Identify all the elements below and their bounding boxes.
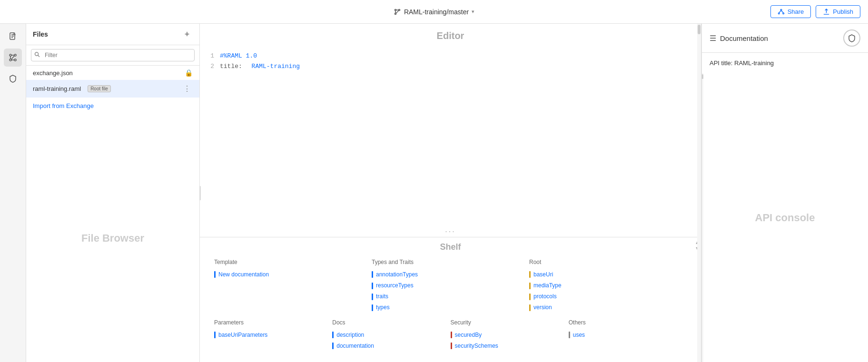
- shelf-title: Shelf: [205, 237, 696, 259]
- search-input[interactable]: [31, 49, 195, 61]
- shelf-item-protocols[interactable]: protocols: [529, 291, 687, 302]
- shelf-item-types[interactable]: types: [372, 302, 529, 313]
- svg-point-7: [782, 13, 784, 14]
- shelf-section-template: Template: [214, 259, 372, 265]
- shelf-item-baseUri[interactable]: baseUri: [529, 269, 687, 280]
- shelf-section-others: Others: [569, 319, 687, 326]
- file-search-area: [26, 45, 199, 66]
- svg-point-18: [10, 54, 11, 56]
- shelf-section-params: Parameters: [214, 319, 332, 326]
- shelf-item-traits[interactable]: traits: [372, 291, 529, 302]
- publish-button[interactable]: Publish: [816, 5, 860, 18]
- documentation-panel: ☰ Documentation API title: RAML-training…: [701, 24, 868, 362]
- git-icon: [394, 8, 401, 16]
- icon-sidebar: [0, 24, 26, 362]
- shelf-item-securedBy[interactable]: securedBy: [451, 330, 569, 341]
- shield-sidebar-icon: [9, 74, 17, 83]
- shelf-item-version[interactable]: version: [529, 302, 687, 313]
- hamburger-icon: ☰: [710, 34, 716, 43]
- graph-icon: [9, 53, 17, 62]
- doc-header-left: ☰ Documentation: [710, 34, 768, 43]
- root-file-badge: Root file: [88, 85, 111, 92]
- file-browser-label: File Browser: [26, 114, 199, 362]
- shelf-item-new-documentation[interactable]: New documentation: [214, 269, 372, 280]
- svg-point-14: [14, 59, 16, 61]
- shelf-col-template: Template New documentation: [214, 259, 372, 313]
- svg-point-2: [395, 9, 396, 10]
- shelf-item-uses[interactable]: uses: [569, 330, 687, 341]
- shelf-col-root: Root baseUri mediaType protocols version: [529, 259, 687, 313]
- editor-line-1: 1 #%RAML 1.0: [207, 51, 693, 61]
- topbar-actions: Share Publish: [770, 5, 860, 18]
- shelf-toggle[interactable]: ...: [200, 223, 701, 237]
- svg-point-6: [780, 9, 782, 10]
- topbar-center: RAML-training/master ▾: [394, 8, 474, 16]
- shelf-item-mediaType[interactable]: mediaType: [529, 280, 687, 291]
- file-icon: [9, 32, 17, 41]
- file-name-exchange: exchange.json: [33, 69, 73, 77]
- main-layout: Files + exchange.json 🔒 raml-train: [0, 24, 868, 362]
- editor-panel: Editor 1 #%RAML 1.0 2 title: RAML-traini…: [200, 24, 701, 362]
- api-console-label: API console: [702, 73, 868, 362]
- shelf-col-types: Types and Traits annotationTypes resourc…: [372, 259, 529, 313]
- svg-line-9: [779, 10, 781, 13]
- shelf-col-params: Parameters baseUriParameters: [214, 319, 332, 352]
- topbar-title: RAML-training/master: [404, 8, 469, 16]
- panel-resize-handle[interactable]: [198, 184, 201, 203]
- shelf-item-resourceTypes[interactable]: resourceTypes: [372, 280, 529, 291]
- editor-content[interactable]: 1 #%RAML 1.0 2 title: RAML-training: [200, 46, 701, 223]
- doc-api-title: API title: RAML-training: [702, 53, 868, 73]
- shelf-col-security: Security securedBy securitySchemes: [451, 319, 569, 352]
- file-name-raml: raml-training.raml: [33, 85, 81, 92]
- svg-line-15: [11, 56, 14, 59]
- file-browser-header: Files +: [26, 24, 199, 45]
- shelf-section-types: Types and Traits: [372, 259, 529, 265]
- shelf-section-root: Root: [529, 259, 687, 265]
- add-file-button[interactable]: +: [181, 29, 193, 40]
- shelf-section-security: Security: [451, 319, 569, 326]
- sidebar-item-shield[interactable]: [4, 69, 22, 88]
- shield-icon: [848, 34, 856, 42]
- shelf-item-description[interactable]: description: [332, 330, 450, 341]
- editor-line-2: 2 title: RAML-training: [207, 61, 693, 72]
- shelf-item-documentation[interactable]: documentation: [332, 341, 450, 352]
- file-menu-icon[interactable]: ⋮: [181, 83, 193, 94]
- bar-new-documentation: [214, 271, 216, 278]
- editor-title: Editor: [200, 24, 701, 46]
- publish-icon: [823, 8, 830, 15]
- share-icon: [778, 8, 785, 15]
- shelf-col-others: Others uses: [569, 319, 687, 352]
- doc-title: Documentation: [720, 34, 768, 42]
- svg-line-5: [396, 10, 399, 13]
- shelf-item-annotationTypes[interactable]: annotationTypes: [372, 269, 529, 280]
- file-browser-title: Files: [33, 30, 48, 38]
- svg-line-10: [781, 10, 783, 13]
- editor-scrollbar[interactable]: [697, 24, 701, 362]
- file-browser-panel: Files + exchange.json 🔒 raml-train: [26, 24, 200, 362]
- file-item-raml[interactable]: raml-training.raml Root file ⋮: [26, 80, 199, 98]
- doc-header: ☰ Documentation: [702, 24, 868, 53]
- shelf-col-docs: Docs description documentation: [332, 319, 450, 352]
- shelf-panel: ▲ ▼ Shelf Template New documentation: [200, 237, 701, 362]
- shelf-section-docs: Docs: [332, 319, 450, 326]
- svg-point-13: [14, 54, 16, 56]
- share-button[interactable]: Share: [770, 5, 811, 18]
- file-item-exchange[interactable]: exchange.json 🔒: [26, 66, 199, 80]
- svg-point-12: [10, 59, 11, 61]
- svg-point-8: [778, 13, 779, 14]
- shelf-item-baseUriParameters[interactable]: baseUriParameters: [214, 330, 332, 341]
- shield-button[interactable]: [843, 29, 860, 47]
- import-from-exchange-link[interactable]: Import from Exchange: [26, 98, 199, 114]
- sidebar-item-file[interactable]: [4, 28, 22, 46]
- shelf-item-securitySchemes[interactable]: securitySchemes: [451, 341, 569, 352]
- lock-icon: 🔒: [185, 69, 193, 77]
- sidebar-item-graph[interactable]: [4, 49, 22, 67]
- topbar: RAML-training/master ▾ Share Publish: [0, 0, 868, 24]
